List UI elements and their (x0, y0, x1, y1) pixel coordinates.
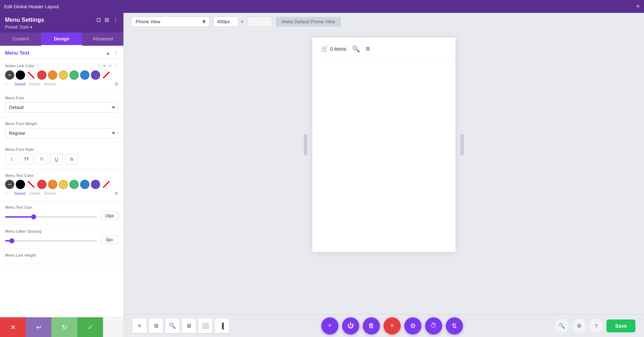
canvas-frame: 🛒 0 items 🔍 ≡ (312, 38, 455, 252)
cart-area: 🛒 0 items (321, 45, 346, 52)
italic-btn[interactable]: I (5, 154, 18, 164)
save-button[interactable]: Save (606, 319, 635, 332)
preset-row[interactable]: Preset: Dark ▾ (5, 25, 118, 30)
hamburger-preview-icon[interactable]: ≡ (366, 45, 370, 53)
text-color-gear-icon[interactable]: ⚙ (114, 191, 118, 196)
text-color-transparent-swatch[interactable] (26, 180, 36, 189)
recent-tab[interactable]: Recent (44, 82, 57, 86)
color-black-swatch[interactable] (16, 70, 25, 80)
canvas-header: 🛒 0 items 🔍 ≡ (312, 38, 455, 60)
menu-text-size-slider[interactable] (5, 216, 97, 218)
color-gear-icon[interactable]: ⚙ (114, 81, 118, 86)
menu-font-select[interactable]: Default (5, 102, 118, 113)
text-global-tab[interactable]: Global (29, 191, 40, 195)
color-slash-swatch[interactable] (102, 70, 111, 80)
top-bar: Edit Global Header Layout × (0, 0, 644, 13)
text-color-slash-swatch[interactable] (102, 180, 111, 189)
color-dots[interactable]: ··· (5, 81, 9, 87)
menu-letter-spacing-input[interactable] (101, 236, 118, 244)
more-icon[interactable]: ⋮ (113, 16, 118, 23)
text-color-dots[interactable]: ··· (5, 190, 9, 196)
capitalize-btn[interactable]: Tt (35, 154, 48, 164)
undo-button[interactable]: ↩ (26, 317, 52, 337)
history-button[interactable]: ⏱ (425, 317, 442, 334)
text-color-blue-swatch[interactable] (80, 180, 89, 189)
active-link-color-tabs: ··· Saved Global Recent ⚙ (5, 81, 118, 87)
text-color-yellow-swatch[interactable] (59, 180, 68, 189)
text-color-pencil-swatch[interactable]: ✏ (5, 180, 14, 189)
grid-tool-btn[interactable]: ⊞ (149, 319, 163, 333)
panel-content: Menu Text ▲ ⋮ Active Link Color ? □ ➤ ↩ … (0, 46, 123, 317)
panel-title: Menu Settings (5, 17, 44, 23)
search-tool-btn[interactable]: 🔍 (165, 319, 180, 333)
view-select[interactable]: Phone View (131, 16, 210, 27)
add-button[interactable]: + (321, 317, 338, 334)
px-close-icon[interactable]: × (240, 19, 244, 25)
bottom-tools-left: ≡ ⊞ 🔍 🖥 ⬜ ▐ (132, 319, 229, 333)
text-color-red-swatch[interactable] (37, 180, 47, 189)
uppercase-btn[interactable]: TT (20, 154, 33, 164)
desktop-tool-btn[interactable]: 🖥 (182, 319, 196, 333)
text-color-orange-swatch[interactable] (48, 180, 57, 189)
tab-advanced[interactable]: Advanced (82, 33, 123, 46)
color-purple-swatch[interactable] (91, 70, 100, 80)
close-button[interactable]: × (384, 317, 401, 334)
expand-icon[interactable]: ⊡ (96, 16, 101, 23)
help-sm-btn[interactable]: ? (589, 319, 603, 333)
panel-title-row: Menu Settings ⊡ ⊞ ⋮ (5, 16, 118, 23)
menu-text-size-input[interactable] (101, 212, 118, 220)
search-preview-icon[interactable]: 🔍 (352, 45, 360, 53)
global-tab[interactable]: Global (29, 82, 40, 86)
saved-tab[interactable]: Saved (14, 82, 25, 86)
close-icon[interactable]: × (636, 3, 640, 10)
color-transparent-swatch[interactable] (26, 70, 36, 80)
active-link-color-label: Active Link Color ? □ ➤ ↩ ⋮ (5, 63, 118, 68)
underline-btn[interactable]: U (50, 154, 63, 164)
menu-text-size-group: Menu Text Size (0, 201, 123, 225)
phone-tool-btn[interactable]: ▐ (215, 319, 229, 333)
section-more-icon[interactable]: ⋮ (113, 50, 118, 56)
color-red-swatch[interactable] (37, 70, 47, 80)
menu-font-group: Menu Font Default (0, 91, 123, 117)
text-color-green-swatch[interactable] (69, 180, 79, 189)
redo-button[interactable]: ↻ (52, 317, 77, 337)
columns-icon[interactable]: ⊞ (104, 16, 109, 23)
color-blue-swatch[interactable] (80, 70, 89, 80)
confirm-button[interactable]: ✓ (77, 317, 103, 337)
delete-button[interactable]: 🗑 (363, 317, 380, 334)
active-link-color-group: Active Link Color ? □ ➤ ↩ ⋮ ✏ (0, 59, 123, 91)
menu-letter-spacing-slider[interactable] (5, 240, 97, 242)
collapse-icon[interactable]: ▲ (106, 50, 111, 56)
undo-icon[interactable]: ↩ (108, 63, 112, 68)
sort-button[interactable]: ⇅ (446, 317, 463, 334)
text-color-purple-swatch[interactable] (91, 180, 100, 189)
layout-tool-btn[interactable]: ⬜ (198, 319, 213, 333)
help-icon[interactable]: ? (36, 64, 39, 68)
settings-button[interactable]: ⚙ (404, 317, 421, 334)
color-green-swatch[interactable] (69, 70, 79, 80)
field-more-icon[interactable]: ⋮ (114, 63, 118, 68)
canvas-resize-handle-right[interactable] (460, 134, 464, 155)
canvas-resize-handle-left[interactable] (304, 134, 307, 155)
color-pencil-swatch[interactable]: ✏ (5, 70, 14, 80)
power-button[interactable]: ⏻ (342, 317, 359, 334)
strikethrough-btn[interactable]: S (65, 154, 78, 164)
color-yellow-swatch[interactable] (59, 70, 68, 80)
text-saved-tab[interactable]: Saved (14, 191, 25, 195)
text-color-black-swatch[interactable] (16, 180, 25, 189)
tab-design[interactable]: Design (41, 33, 82, 46)
text-recent-tab[interactable]: Recent (44, 191, 57, 195)
search-sm-btn[interactable]: 🔍 (555, 319, 569, 333)
cursor-icon[interactable]: ➤ (103, 63, 106, 68)
px-extra-input[interactable] (247, 16, 272, 27)
list-tool-btn[interactable]: ≡ (132, 319, 147, 333)
cancel-button[interactable]: ✕ (0, 317, 26, 337)
make-default-button[interactable]: Make Default Phone View (276, 17, 341, 26)
menu-text-size-slider-container (5, 213, 97, 219)
tab-content[interactable]: Content (0, 33, 41, 46)
menu-font-weight-select[interactable]: Regular (5, 128, 118, 138)
settings-sm-btn[interactable]: ⚙ (572, 319, 586, 333)
device-icon[interactable]: □ (98, 63, 101, 68)
px-input[interactable] (213, 16, 238, 27)
color-orange-swatch[interactable] (48, 70, 57, 80)
